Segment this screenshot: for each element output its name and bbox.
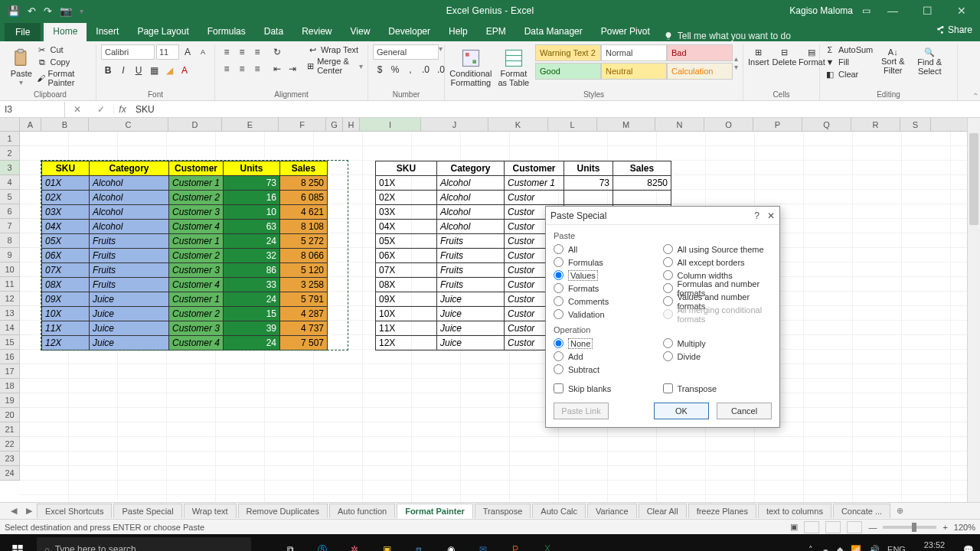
view-normal[interactable] bbox=[804, 521, 819, 533]
tab-nav-prev[interactable]: ◀ bbox=[6, 506, 21, 516]
paste-link-button[interactable]: Paste Link bbox=[554, 403, 609, 419]
sheet-tab-format-painter[interactable]: Format Painter bbox=[397, 504, 473, 519]
tray-chev-icon[interactable]: ˄ bbox=[808, 545, 813, 552]
row-header-23[interactable]: 23 bbox=[0, 452, 19, 466]
increase-font-icon[interactable]: A bbox=[181, 44, 194, 60]
ribbon-tab-home[interactable]: Home bbox=[44, 23, 87, 41]
row-header-15[interactable]: 15 bbox=[0, 335, 19, 350]
col-header-F[interactable]: F bbox=[279, 118, 326, 131]
col-header-O[interactable]: O bbox=[704, 118, 753, 131]
th-category[interactable]: Category bbox=[90, 161, 169, 176]
paste-option-all[interactable]: All bbox=[554, 243, 663, 256]
ok-button[interactable]: OK bbox=[654, 403, 709, 419]
font-color-button[interactable]: A bbox=[178, 63, 191, 78]
ribbon-tab-data[interactable]: Data bbox=[255, 23, 292, 41]
outlook-icon[interactable]: ✉ bbox=[467, 534, 499, 551]
vertical-scrollbar[interactable] bbox=[967, 118, 980, 502]
cell-style-good[interactable]: Good bbox=[535, 63, 601, 80]
camera-icon[interactable]: 📷 bbox=[60, 5, 72, 17]
th-customer[interactable]: Customer bbox=[505, 161, 564, 176]
row-header-8[interactable]: 8 bbox=[0, 233, 19, 248]
clear-button[interactable]: ◧Clear bbox=[825, 69, 873, 80]
th-sku[interactable]: SKU bbox=[376, 161, 437, 176]
confirm-edit-icon[interactable]: ✓ bbox=[97, 104, 105, 115]
comma-button[interactable]: , bbox=[403, 62, 417, 77]
worksheet-grid[interactable]: ABCDEFGHIJKLMNOPQRS 12345678910111213141… bbox=[0, 118, 980, 502]
indent-dec-button[interactable]: ⇤ bbox=[270, 61, 284, 77]
tray-app-icon[interactable]: ◆ bbox=[837, 545, 843, 552]
ribbon-tab-view[interactable]: View bbox=[341, 23, 380, 41]
col-header-L[interactable]: L bbox=[548, 118, 597, 131]
orientation-button[interactable]: ↻ bbox=[270, 44, 284, 60]
name-box[interactable]: I3 bbox=[0, 102, 65, 117]
format-as-table-button[interactable]: Format as Table bbox=[495, 44, 532, 87]
row-header-17[interactable]: 17 bbox=[0, 364, 19, 379]
number-format-select[interactable]: General bbox=[373, 44, 439, 60]
cell-style-warning[interactable]: Warning Text 2 bbox=[535, 44, 601, 61]
row-header-21[interactable]: 21 bbox=[0, 422, 19, 437]
row-header-24[interactable]: 24 bbox=[0, 466, 19, 481]
task-view-icon[interactable]: ⧉ bbox=[274, 534, 306, 551]
th-units[interactable]: Units bbox=[564, 161, 613, 176]
onedrive-icon[interactable]: ☁ bbox=[821, 545, 829, 552]
wrap-text-button[interactable]: ↩Wrap Text bbox=[307, 44, 363, 55]
decrease-font-icon[interactable]: A bbox=[196, 44, 210, 60]
font-size-select[interactable]: 11 bbox=[156, 44, 179, 60]
paste-option-validation[interactable]: Validation bbox=[554, 308, 663, 321]
ribbon-tab-file[interactable]: File bbox=[5, 23, 41, 41]
ribbon-tab-developer[interactable]: Developer bbox=[379, 23, 439, 41]
op-option-multiply[interactable]: Multiply bbox=[663, 337, 773, 350]
row-header-19[interactable]: 19 bbox=[0, 393, 19, 408]
copy-button[interactable]: ⧉Copy bbox=[37, 57, 91, 67]
excel-icon[interactable]: X bbox=[531, 534, 564, 551]
op-option-divide[interactable]: Divide bbox=[663, 350, 773, 363]
cell-style-bad[interactable]: Bad bbox=[667, 44, 733, 61]
rec-macro-icon[interactable]: ▣ bbox=[790, 522, 798, 532]
zoom-in[interactable]: + bbox=[942, 523, 947, 532]
ribbon-options-icon[interactable]: ▭ bbox=[862, 5, 871, 16]
zoom-slider[interactable] bbox=[883, 526, 936, 529]
ribbon-tab-help[interactable]: Help bbox=[439, 23, 477, 41]
formula-value[interactable]: SKU bbox=[131, 104, 155, 115]
sheet-tab-variance[interactable]: Variance bbox=[587, 504, 637, 518]
col-header-P[interactable]: P bbox=[753, 118, 802, 131]
app-icon[interactable]: ✲ bbox=[338, 534, 371, 551]
sheet-tab-transpose[interactable]: Transpose bbox=[475, 504, 531, 518]
col-header-G[interactable]: G bbox=[326, 118, 343, 131]
wifi-icon[interactable]: 📶 bbox=[851, 545, 861, 552]
dialog-help-icon[interactable]: ? bbox=[754, 210, 760, 221]
skip-blanks-checkbox[interactable]: Skip blanks bbox=[554, 383, 663, 393]
row-header-16[interactable]: 16 bbox=[0, 350, 19, 364]
cell-style-normal[interactable]: Normal bbox=[601, 44, 667, 61]
col-header-K[interactable]: K bbox=[488, 118, 548, 131]
sheet-tab-paste-special[interactable]: Paste Special bbox=[113, 504, 181, 518]
row-header-12[interactable]: 12 bbox=[0, 292, 19, 306]
cancel-edit-icon[interactable]: ✕ bbox=[74, 104, 81, 115]
select-all-corner[interactable] bbox=[0, 118, 20, 131]
style-gallery-up[interactable]: ▴ bbox=[734, 54, 738, 63]
font-name-select[interactable]: Calibri bbox=[101, 44, 155, 60]
col-header-H[interactable]: H bbox=[343, 118, 360, 131]
col-header-E[interactable]: E bbox=[222, 118, 279, 131]
ribbon-tab-epm[interactable]: EPM bbox=[477, 23, 515, 41]
autosum-button[interactable]: ΣAutoSum bbox=[825, 44, 873, 55]
paste-option-all-except-borders[interactable]: All except borders bbox=[663, 256, 773, 269]
merge-center-button[interactable]: ⊞Merge & Center ▾ bbox=[307, 57, 363, 75]
th-customer[interactable]: Customer bbox=[169, 161, 224, 176]
alignment-grid[interactable]: ≡≡≡ ≡≡≡ bbox=[220, 44, 264, 77]
row-header-18[interactable]: 18 bbox=[0, 379, 19, 393]
share-button[interactable]: Share bbox=[936, 24, 972, 35]
close-button[interactable]: ✕ bbox=[949, 5, 974, 17]
op-option-subtract[interactable]: Subtract bbox=[554, 363, 663, 376]
ribbon-tab-page-layout[interactable]: Page Layout bbox=[128, 23, 198, 41]
th-sku[interactable]: SKU bbox=[42, 161, 90, 176]
sheet-tab-concate-[interactable]: Concate ... bbox=[833, 504, 890, 518]
row-header-22[interactable]: 22 bbox=[0, 437, 19, 452]
border-button[interactable]: ▦ bbox=[147, 63, 161, 78]
skype-icon[interactable]: Ⓢ bbox=[306, 534, 338, 551]
col-header-N[interactable]: N bbox=[655, 118, 704, 131]
row-header-20[interactable]: 20 bbox=[0, 408, 19, 422]
th-units[interactable]: Units bbox=[224, 161, 280, 176]
underline-button[interactable]: U bbox=[132, 63, 145, 78]
view-page-layout[interactable] bbox=[825, 521, 841, 533]
